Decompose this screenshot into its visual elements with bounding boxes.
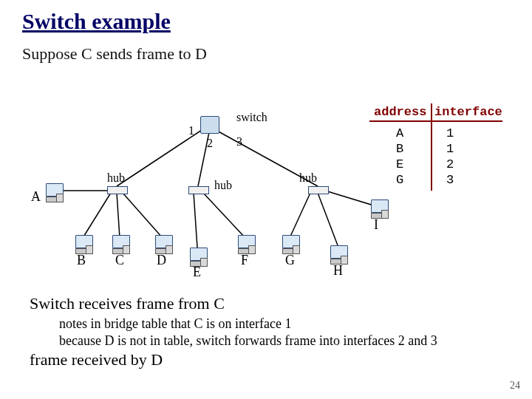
hub-3-label: hub [299, 171, 317, 185]
svg-line-5 [117, 193, 120, 238]
table-addr-col: A B E G [396, 126, 403, 188]
svg-line-10 [318, 193, 338, 245]
table-cell: 2 [446, 157, 454, 172]
table-cell: B [396, 141, 403, 157]
table-cell: A [396, 126, 403, 141]
link-lines [22, 103, 510, 284]
explain-2: notes in bridge table that C is on inter… [30, 316, 502, 332]
port-3-label: 3 [236, 135, 242, 149]
host-H-label: H [333, 263, 343, 279]
table-cell: 1 [446, 141, 454, 157]
host-F-label: F [241, 253, 248, 268]
host-B-icon [74, 235, 93, 254]
hub-2-icon [188, 186, 209, 194]
page-title: Switch example [22, 9, 510, 34]
explain-4: frame received by D [30, 350, 502, 369]
host-G-icon [281, 235, 300, 254]
host-D-icon [154, 235, 173, 254]
port-2-label: 2 [207, 137, 213, 150]
svg-line-7 [194, 193, 197, 248]
table-cell: E [396, 157, 403, 172]
host-E-label: E [193, 265, 201, 280]
hub-1-icon [107, 186, 128, 194]
svg-line-6 [123, 193, 163, 238]
hub-2-label: hub [214, 179, 232, 192]
host-D-label: D [157, 253, 166, 268]
host-A-label: A [31, 189, 41, 205]
svg-line-8 [203, 193, 245, 238]
host-I-label: I [374, 217, 378, 233]
host-H-icon [329, 245, 348, 265]
host-F-icon [236, 235, 256, 254]
explain-1: Switch receives frame from C [30, 294, 502, 313]
host-I-icon [369, 200, 389, 219]
table-if-col: 1 1 2 3 [446, 126, 454, 188]
page-number: 24 [510, 380, 520, 392]
hub-1-label: hub [107, 171, 125, 185]
svg-line-9 [290, 193, 310, 238]
switch-icon [200, 116, 219, 134]
table-hdr-address: address [374, 105, 426, 119]
svg-line-4 [83, 193, 111, 238]
svg-line-0 [117, 130, 202, 186]
explain-3: because D is not in table, switch forwar… [30, 333, 502, 349]
hub-3-icon [308, 186, 329, 194]
host-B-label: B [77, 253, 86, 268]
scenario-line: Suppose C sends frame to D [22, 44, 510, 64]
host-C-icon [111, 235, 130, 254]
table-cell: 3 [446, 172, 454, 188]
table-cell: G [396, 172, 403, 188]
switch-label: switch [236, 111, 267, 124]
table-cell: 1 [446, 126, 454, 141]
host-G-label: G [285, 253, 295, 268]
host-A-icon [44, 183, 64, 202]
network-diagram: switch 1 2 3 hub hub hub A B C D E F G H… [22, 103, 510, 284]
table-hdr-interface: interface [434, 105, 502, 119]
port-1-label: 1 [188, 124, 194, 137]
host-C-label: C [115, 253, 124, 268]
